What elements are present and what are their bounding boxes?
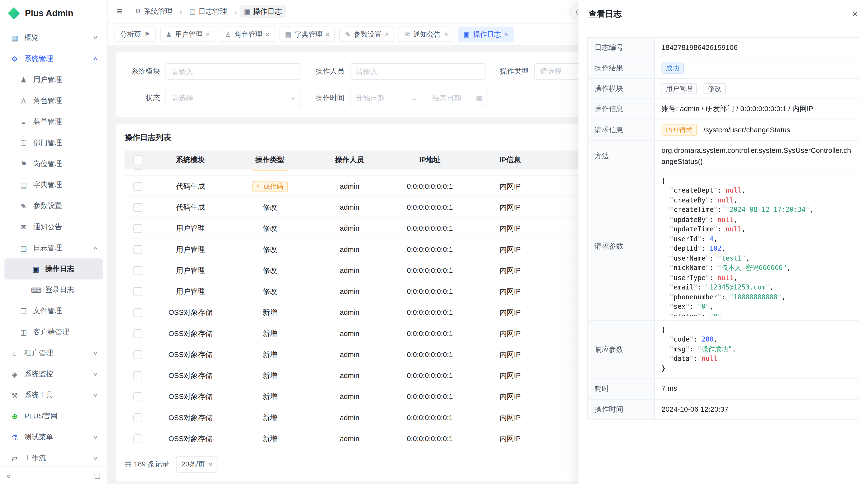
detail-label: 操作模块 (588, 78, 655, 99)
menu-item-label: 日志管理 (33, 243, 94, 253)
row-checkbox[interactable] (133, 245, 142, 254)
sidebar-item[interactable]: ◫ 客户端管理 (4, 322, 103, 343)
sidebar-item[interactable]: ⌨ 登录日志 (4, 279, 103, 300)
drawer-title: 查看日志 (589, 9, 622, 19)
app-logo[interactable]: Plus Admin (0, 0, 107, 27)
sidebar-item[interactable]: ⊕ PLUS官网 (4, 406, 103, 427)
row-checkbox[interactable] (133, 287, 142, 296)
sidebar-item[interactable]: ≡ 菜单管理 (4, 111, 103, 132)
select-all-checkbox[interactable] (133, 156, 142, 165)
sidebar-item[interactable]: ⌂ 租户管理 ∨ (4, 343, 103, 363)
time-range-picker[interactable]: 开始日期 → 结束日期 ▦ (350, 90, 488, 106)
request-params-code[interactable]: { "createDept": null, "createBy": null, … (661, 176, 852, 316)
sidebar-item[interactable]: ✎ 参数设置 (4, 195, 103, 216)
cell-operation-type: 修改 (262, 287, 277, 295)
cell-module: 用户管理 (151, 223, 230, 233)
tab-close-icon[interactable]: × (385, 30, 389, 38)
status-filter-select[interactable]: 请选择 ∨ (165, 90, 301, 106)
breadcrumb-item[interactable]: ▥ 日志管理 (185, 5, 231, 18)
tab[interactable]: ✉ 通知公告 × (399, 27, 454, 42)
row-checkbox[interactable] (133, 392, 142, 401)
sidebar-item[interactable]: ⚒ 系统工具 ∨ (4, 385, 103, 406)
menu-item-icon: ⚒ (10, 391, 19, 399)
tab-label: 分析页 (120, 30, 141, 39)
menu-item-icon: ⚗ (10, 433, 19, 441)
menu-item-label: 系统监控 (24, 369, 94, 379)
sidebar-item[interactable]: ✉ 通知公告 (4, 217, 103, 237)
close-icon[interactable]: × (852, 9, 858, 19)
tab[interactable]: ♙ 角色管理 × (220, 27, 275, 42)
sidebar-item[interactable]: ▥ 日志管理 ∧ (4, 237, 103, 258)
detail-label: 请求信息 (588, 120, 655, 140)
sidebar-item[interactable]: ♖ 部门管理 (4, 132, 103, 153)
row-checkbox[interactable] (133, 308, 142, 317)
tab[interactable]: ✎ 参数设置 × (340, 27, 394, 42)
menu-item-label: 岗位管理 (33, 159, 97, 169)
tab-close-icon[interactable]: × (266, 30, 270, 38)
sidebar-item[interactable]: ❐ 文件管理 (4, 300, 103, 322)
menu-item-label: 通知公告 (33, 222, 97, 232)
row-checkbox[interactable] (133, 182, 142, 191)
menu-item-label: 工作流 (24, 453, 94, 463)
column-header: 操作类型 (230, 155, 310, 165)
cell-operation-type: 新增 (262, 329, 277, 337)
tab-close-icon[interactable]: × (326, 30, 329, 38)
tab-icon: ▣ (463, 30, 470, 38)
cell-operator: admin (310, 245, 389, 253)
page-size-select[interactable]: 20条/页 ∨ (176, 456, 218, 473)
sidebar-item[interactable]: ◈ 系统监控 ∨ (4, 363, 103, 384)
cell-ip-info: 内网IP (471, 328, 550, 338)
menu-item-icon: ⌂ (10, 349, 19, 357)
tab[interactable]: 分析页 ⚑ (115, 27, 156, 42)
tab-close-icon[interactable]: × (206, 30, 210, 38)
row-checkbox[interactable] (133, 266, 142, 275)
row-checkbox[interactable] (133, 169, 142, 170)
tab[interactable]: ▣ 操作日志 × (458, 27, 514, 42)
row-checkbox[interactable] (133, 434, 142, 443)
sidebar-item[interactable]: ⇄ 工作流 ∨ (4, 448, 103, 466)
sidebar-item[interactable]: ▤ 字典管理 (4, 174, 103, 195)
menu-item-label: 操作日志 (45, 264, 97, 274)
cell-operation-type: 新增 (262, 308, 277, 316)
tab-close-icon[interactable]: × (504, 30, 508, 38)
sidebar-item[interactable]: ▣ 操作日志 (4, 258, 103, 279)
row-checkbox[interactable] (133, 371, 142, 380)
cell-ip-info: 内网IP (471, 245, 550, 254)
detail-row-response-params: 响应参数 { "code": 200, "msg": "操作成功", "data… (588, 321, 859, 379)
tab-label: 通知公告 (413, 30, 441, 39)
breadcrumb-item[interactable]: ▣ 操作日志 (240, 5, 286, 18)
menu-item-icon: ◫ (19, 328, 28, 336)
row-checkbox[interactable] (133, 350, 142, 359)
cell-operator: admin (310, 287, 389, 295)
cell-ip-info: 内网IP (471, 286, 550, 296)
row-checkbox[interactable] (133, 413, 142, 422)
tab-close-icon[interactable]: ⚑ (144, 30, 150, 38)
collapse-sidebar-icon[interactable]: « (7, 471, 11, 479)
row-checkbox[interactable] (133, 329, 142, 338)
row-checkbox[interactable] (133, 224, 142, 233)
sidebar-item[interactable]: ♟ 用户管理 (4, 69, 103, 90)
detail-label: 操作时间 (588, 399, 655, 420)
sidebar-item[interactable]: ⚗ 测试菜单 ∨ (4, 427, 103, 448)
hamburger-menu-icon[interactable]: ≡ (117, 6, 122, 17)
sidebar-item[interactable]: ⚑ 岗位管理 (4, 153, 103, 174)
cell-operator: admin (310, 434, 389, 443)
sidebar-item[interactable]: ♙ 角色管理 (4, 90, 103, 111)
breadcrumb-label: 系统管理 (144, 7, 173, 17)
cell-ip: 0:0:0:0:0:0:0:1 (389, 392, 471, 400)
module-filter-input[interactable] (165, 63, 301, 80)
chevron-icon: ∨ (93, 372, 98, 377)
cell-operator: admin (310, 329, 389, 337)
tab[interactable]: ♟ 用户管理 × (160, 27, 215, 42)
tab-icon: ♟ (166, 30, 172, 38)
row-checkbox[interactable] (133, 203, 142, 212)
pin-panel-icon[interactable]: ❏ (94, 471, 101, 479)
tab[interactable]: ▤ 字典管理 × (279, 27, 335, 42)
operator-filter-input[interactable] (350, 63, 486, 80)
sidebar: Plus Admin ▦ 概览 ∨ ⚙ 系统管理 ∧ ♟ 用户管理 (0, 0, 108, 484)
sidebar-item[interactable]: ▦ 概览 ∨ (4, 27, 103, 48)
tab-close-icon[interactable]: × (444, 30, 448, 38)
breadcrumb-item[interactable]: ⚙ 系统管理 (131, 5, 177, 18)
operation-info-value: 账号: admin / 研发部门 / 0:0:0:0:0:0:0:1 / 内网I… (655, 99, 859, 120)
sidebar-item[interactable]: ⚙ 系统管理 ∧ (4, 48, 103, 69)
